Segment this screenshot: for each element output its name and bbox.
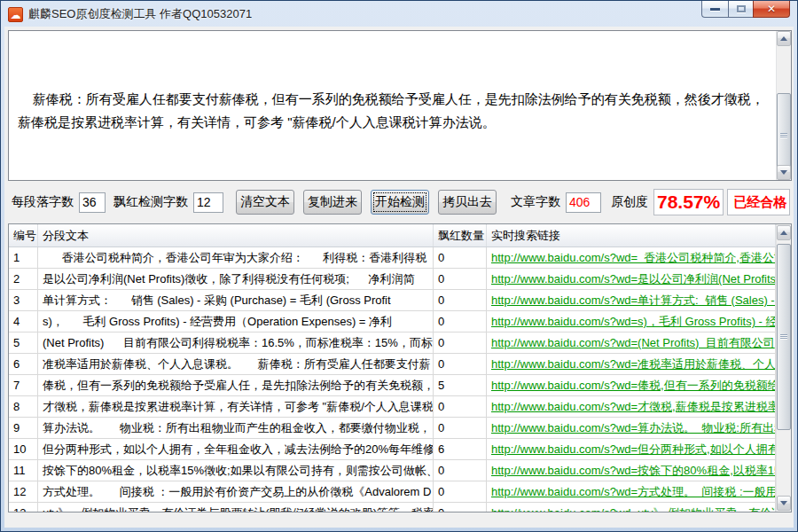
cell-search-link[interactable]: http://www.baidu.com/s?wd=俸税,但有一系列的免税额给	[487, 375, 776, 395]
table-row: 10 但分两种形式，如以个人拥有，全年租金收入，减去法例给予的20%每年维修费用…	[9, 439, 776, 460]
cell-segment-text: 是以公司净利润(Net Profits)徵收，除了利得税没有任何税项; 净利润简	[38, 269, 434, 289]
cell-search-link[interactable]: http://www.baidu.com/s?wd=算办法说。 物业税:所有出租	[487, 418, 776, 438]
cell-red-count: 0	[434, 311, 487, 332]
cell-search-link[interactable]: http://www.baidu.com/s?wd=才徵税,薪俸税是按累进税率	[487, 396, 776, 417]
copy-out-button[interactable]: 拷贝出去	[438, 190, 497, 215]
cell-id: 8	[9, 396, 38, 417]
table-row: 4 s)， 毛利 Gross Profits) - 经营费用（Operation…	[9, 311, 776, 332]
article-text[interactable]: 薪俸税：所有受雇人任都要支付薪俸税，但有一系列的免税额给予受雇人任，是先扣除法例…	[9, 31, 776, 180]
cell-id: 3	[9, 290, 38, 310]
cell-id: 12	[9, 481, 38, 502]
table-row: 2 是以公司净利润(Net Profits)徵收，除了利得税没有任何税项; 净利…	[9, 269, 776, 290]
table-row: 5 (Net Profits) 目前有限公司利得税税率：16.5%，而标准税率：…	[9, 332, 776, 354]
maximize-icon	[737, 5, 746, 12]
table-row: 8 才徵税，薪俸税是按累进税率计算，有关详情，可参考 "薪俸税/个人入息课税计 …	[9, 396, 776, 418]
cell-search-link[interactable]: http://www.baidu.com/s?wd= 香港公司税种简介,香港公司	[487, 247, 776, 268]
cell-red-count: 0	[434, 354, 487, 374]
cell-segment-text: 方式处理。 间接税 ：一般用於有价资产交易上的从价徵税《Advalorem D	[38, 481, 434, 502]
cell-search-link[interactable]: http://www.baidu.com/s?wd=单计算方式: 销售 (Sal…	[487, 290, 776, 310]
paragraph: 薪俸税：所有受雇人任都要支付薪俸税，但有一系列的免税额给予受雇人任，是先扣除法例…	[18, 88, 771, 134]
clear-text-button[interactable]: 清空文本	[236, 190, 294, 215]
minimize-button[interactable]	[701, 1, 728, 18]
para-words-input[interactable]	[79, 192, 106, 213]
red-check-input[interactable]	[193, 192, 223, 213]
cell-search-link[interactable]: http://www.baidu.com/s?wd=方式处理。 间接税 :一般用	[487, 481, 776, 502]
cell-segment-text: 单计算方式： 销售 (Sales) - 采购 (Purchase) = 毛利 (…	[38, 290, 434, 310]
table-row: 12 方式处理。 间接税 ：一般用於有价资产交易上的从价徵税《Advalorem…	[9, 481, 776, 503]
scroll-down-button[interactable]	[777, 165, 791, 180]
table-row: 7 俸税，但有一系列的免税额给予受雇人任，是先扣除法例给予的有关免税额，然後 5…	[9, 375, 776, 396]
table-content: 编号 分段文本 飘红数量 实时搜索链接 1 香港公司税种简介，香港公司年审为大家…	[9, 224, 776, 512]
cell-segment-text: 准税率适用於薪俸税、个人入息课税。 薪俸税：所有受雇人任都要支付薪	[38, 354, 434, 374]
cell-red-count: 0	[434, 247, 487, 268]
table-body: 1 香港公司税种简介，香港公司年审为大家介绍： 利得税：香港利得税 0 http…	[9, 247, 776, 512]
cell-red-count: 5	[434, 375, 487, 395]
para-words-label: 每段落字数	[12, 194, 74, 210]
cell-search-link[interactable]: http://www.baidu.com/s?wd=准税率适用於薪俸税、个人	[487, 354, 776, 374]
table-row: 13 uty》，例如物业买卖、有价证券与股票转让(即我们经常说的改股)等等，税率…	[9, 503, 776, 512]
cell-red-count: 0	[434, 269, 487, 289]
cell-id: 6	[9, 354, 38, 374]
word-count-input[interactable]	[566, 192, 601, 213]
header-search-link: 实时搜索链接	[487, 224, 776, 246]
originality-label: 原创度	[611, 194, 648, 210]
cell-id: 1	[9, 247, 38, 268]
arrow-up-icon	[780, 36, 787, 41]
header-text: 分段文本	[38, 224, 434, 246]
table-row: 6 准税率适用於薪俸税、个人入息课税。 薪俸税：所有受雇人任都要支付薪 0 ht…	[9, 354, 776, 375]
app-cloud-icon: ☁	[8, 7, 23, 22]
cell-segment-text: 香港公司税种简介，香港公司年审为大家介绍： 利得税：香港利得税	[38, 247, 434, 268]
red-check-label: 飘红检测字数	[113, 194, 188, 210]
cell-segment-text: (Net Profits) 目前有限公司利得税税率：16.5%，而标准税率：15…	[38, 332, 434, 353]
cell-red-count: 0	[434, 460, 487, 481]
scroll-up-button[interactable]	[777, 31, 791, 46]
toolbar: 每段落字数 飘红检测字数 清空文本 复制进来 开始检测 拷贝出去 文章字数 原创…	[8, 184, 790, 220]
thumb-grip-icon	[780, 133, 787, 138]
cell-id: 13	[9, 503, 38, 512]
cell-search-link[interactable]: http://www.baidu.com/s?wd=但分两种形式,如以个人拥有	[487, 439, 776, 459]
cell-segment-text: 算办法说。 物业税：所有出租物业而产生的租金收入，都要缴付物业税，	[38, 418, 434, 438]
client-area: 薪俸税：所有受雇人任都要支付薪俸税，但有一系列的免税额给予受雇人任，是先扣除法例…	[4, 27, 794, 528]
results-table: 编号 分段文本 飘红数量 实时搜索链接 1 香港公司税种简介，香港公司年审为大家…	[8, 223, 792, 512]
cell-red-count: 0	[434, 290, 487, 310]
app-window: ☁ 麒麟SEO原创度检测工具 作者QQ10532071 ✕ 薪俸税：所有受雇人任…	[0, 0, 798, 532]
cell-search-link[interactable]: http://www.baidu.com/s?wd=是以公司净利润(Net Pr…	[487, 269, 776, 289]
cell-search-link[interactable]: http://www.baidu.com/s?wd=s)，毛利 Gross Pr…	[487, 311, 776, 332]
minimize-icon	[710, 8, 720, 11]
cell-segment-text: 但分两种形式，如以个人拥有，全年租金收入，减去法例给予的20%每年维修费用，	[38, 439, 434, 459]
table-scrollbar[interactable]	[776, 224, 791, 512]
cell-red-count: 6	[434, 439, 487, 459]
window-title: 麒麟SEO原创度检测工具 作者QQ10532071	[28, 6, 252, 22]
cell-id: 9	[9, 418, 38, 438]
cell-red-count: 0	[434, 481, 487, 502]
scroll-thumb[interactable]	[777, 244, 791, 430]
copy-in-button[interactable]: 复制进来	[303, 190, 362, 215]
close-button[interactable]: ✕	[753, 1, 790, 18]
cell-segment-text: uty》，例如物业买卖、有价证券与股票转让(即我们经常说的改股)等等，税率是按	[38, 503, 434, 512]
textarea-scrollbar[interactable]	[776, 31, 791, 180]
table-row: 1 香港公司税种简介，香港公司年审为大家介绍： 利得税：香港利得税 0 http…	[9, 247, 776, 269]
cell-search-link[interactable]: http://www.baidu.com/s?wd=按馀下的80%租金,以税率1…	[487, 460, 776, 481]
arrow-up-icon	[780, 231, 787, 235]
arrow-down-icon	[780, 170, 787, 175]
cell-red-count: 0	[434, 503, 487, 512]
thumb-grip-icon	[780, 334, 787, 340]
status-badge: 已经合格，有待提升	[727, 189, 790, 215]
cell-red-count: 0	[434, 396, 487, 417]
table-row: 3 单计算方式： 销售 (Sales) - 采购 (Purchase) = 毛利…	[9, 290, 776, 311]
scroll-up-button[interactable]	[777, 225, 791, 240]
title-bar[interactable]: ☁ 麒麟SEO原创度检测工具 作者QQ10532071 ✕	[1, 1, 797, 27]
header-red-count: 飘红数量	[434, 224, 487, 246]
cell-search-link[interactable]: http://www.baidu.com/s?wd=(Net Profits) …	[487, 332, 776, 353]
start-check-button[interactable]: 开始检测	[371, 190, 429, 215]
maximize-button[interactable]	[728, 1, 753, 18]
cell-search-link[interactable]: http://www.baidu.com/s?wd=uty》,例如物业买卖、有价…	[487, 503, 776, 512]
scroll-down-button[interactable]	[777, 496, 791, 511]
table-row: 11 按馀下的80%租金，以税率15%徵收;如果以有限公司持有，则需按公司做帐、…	[9, 460, 776, 481]
cell-id: 2	[9, 269, 38, 289]
cell-segment-text: s)， 毛利 Gross Profits) - 经营费用（Operation E…	[38, 311, 434, 332]
article-textarea[interactable]: 薪俸税：所有受雇人任都要支付薪俸税，但有一系列的免税额给予受雇人任，是先扣除法例…	[8, 30, 792, 181]
table-header: 编号 分段文本 飘红数量 实时搜索链接	[9, 224, 776, 247]
cell-segment-text: 才徵税，薪俸税是按累进税率计算，有关详情，可参考 "薪俸税/个人入息课税计	[38, 396, 434, 417]
cell-id: 5	[9, 332, 38, 353]
